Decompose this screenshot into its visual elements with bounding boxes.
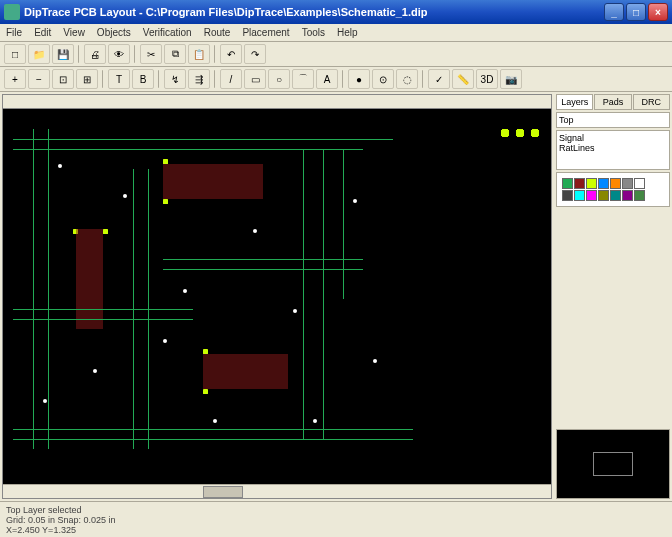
separator: [158, 70, 160, 88]
separator: [214, 45, 216, 63]
side-tabs: Layers Pads DRC: [556, 94, 670, 110]
layer-swatch[interactable]: [562, 178, 573, 189]
status-line-3: X=2.450 Y=1.325: [6, 525, 666, 535]
layer-swatch[interactable]: [622, 190, 633, 201]
window-titlebar: DipTrace PCB Layout - C:\Program Files\D…: [0, 0, 672, 24]
separator: [342, 70, 344, 88]
component-preview: [556, 429, 670, 499]
text-tool-button[interactable]: A: [316, 69, 338, 89]
maximize-button[interactable]: □: [626, 3, 646, 21]
measure-button[interactable]: 📏: [452, 69, 474, 89]
zoom-in-button[interactable]: +: [4, 69, 26, 89]
new-button[interactable]: □: [4, 44, 26, 64]
undo-button[interactable]: ↶: [220, 44, 242, 64]
menu-view[interactable]: View: [63, 27, 85, 38]
scroll-thumb[interactable]: [203, 486, 243, 498]
layer-bottom-button[interactable]: B: [132, 69, 154, 89]
toolbar-standard: □ 📁 💾 🖨 👁 ✂ ⧉ 📋 ↶ ↷: [0, 42, 672, 67]
menu-help[interactable]: Help: [337, 27, 358, 38]
zoom-fit-button[interactable]: ⊡: [52, 69, 74, 89]
menu-bar: File Edit View Objects Verification Rout…: [0, 24, 672, 42]
preview-outline-icon: [593, 452, 633, 476]
route-auto-button[interactable]: ⇶: [188, 69, 210, 89]
open-button[interactable]: 📁: [28, 44, 50, 64]
tab-layers[interactable]: Layers: [556, 94, 593, 110]
active-layer-label: Top: [559, 115, 574, 125]
layer-swatch[interactable]: [622, 178, 633, 189]
view-3d-button[interactable]: 3D: [476, 69, 498, 89]
pcb-artwork: [3, 109, 551, 484]
tab-drc[interactable]: DRC: [633, 94, 670, 110]
horizontal-scrollbar[interactable]: [3, 484, 551, 498]
layer-swatch[interactable]: [586, 178, 597, 189]
menu-tools[interactable]: Tools: [302, 27, 325, 38]
status-bar: Top Layer selected Grid: 0.05 in Snap: 0…: [0, 501, 672, 537]
toolbar-design: + − ⊡ ⊞ T B ↯ ⇶ / ▭ ○ ⌒ A ● ⊙ ◌ ✓ 📏 3D 📷: [0, 67, 672, 92]
layer-swatch[interactable]: [562, 190, 573, 201]
arc-tool-button[interactable]: ⌒: [292, 69, 314, 89]
layer-color-grid: [559, 175, 667, 204]
screenshot-button[interactable]: 📷: [500, 69, 522, 89]
pad-tool-button[interactable]: ●: [348, 69, 370, 89]
rect-tool-button[interactable]: ▭: [244, 69, 266, 89]
layer-swatch[interactable]: [586, 190, 597, 201]
menu-file[interactable]: File: [6, 27, 22, 38]
redo-button[interactable]: ↷: [244, 44, 266, 64]
layer-swatch-box: [556, 172, 670, 207]
menu-route[interactable]: Route: [204, 27, 231, 38]
menu-verification[interactable]: Verification: [143, 27, 192, 38]
route-manual-button[interactable]: ↯: [164, 69, 186, 89]
tab-pads[interactable]: Pads: [594, 94, 631, 110]
ratlines-label: RatLines: [559, 143, 667, 153]
close-button[interactable]: ×: [648, 3, 668, 21]
pcb-canvas[interactable]: [3, 109, 551, 484]
drc-button[interactable]: ✓: [428, 69, 450, 89]
layer-swatch[interactable]: [598, 190, 609, 201]
hole-tool-button[interactable]: ◌: [396, 69, 418, 89]
zoom-out-button[interactable]: −: [28, 69, 50, 89]
app-icon: [4, 4, 20, 20]
separator: [134, 45, 136, 63]
layer-swatch[interactable]: [610, 178, 621, 189]
main-area: Layers Pads DRC Top Signal RatLines: [0, 92, 672, 501]
minimize-button[interactable]: _: [604, 3, 624, 21]
save-button[interactable]: 💾: [52, 44, 74, 64]
status-line-2: Grid: 0.05 in Snap: 0.025 in: [6, 515, 666, 525]
layer-swatch[interactable]: [634, 190, 645, 201]
layer-swatch[interactable]: [610, 190, 621, 201]
zoom-window-button[interactable]: ⊞: [76, 69, 98, 89]
separator: [422, 70, 424, 88]
preview-button[interactable]: 👁: [108, 44, 130, 64]
layer-swatch[interactable]: [598, 178, 609, 189]
window-title: DipTrace PCB Layout - C:\Program Files\D…: [24, 6, 604, 18]
print-button[interactable]: 🖨: [84, 44, 106, 64]
signal-label: Signal: [559, 133, 667, 143]
layer-selector[interactable]: Top: [556, 112, 670, 128]
paste-button[interactable]: 📋: [188, 44, 210, 64]
copy-button[interactable]: ⧉: [164, 44, 186, 64]
horizontal-ruler: [3, 95, 551, 109]
layer-swatch[interactable]: [574, 178, 585, 189]
menu-edit[interactable]: Edit: [34, 27, 51, 38]
menu-objects[interactable]: Objects: [97, 27, 131, 38]
side-panel: Layers Pads DRC Top Signal RatLines: [554, 92, 672, 501]
menu-placement[interactable]: Placement: [242, 27, 289, 38]
via-tool-button[interactable]: ⊙: [372, 69, 394, 89]
cut-button[interactable]: ✂: [140, 44, 162, 64]
circle-tool-button[interactable]: ○: [268, 69, 290, 89]
separator: [214, 70, 216, 88]
layer-swatch[interactable]: [574, 190, 585, 201]
separator: [102, 70, 104, 88]
layer-swatch[interactable]: [634, 178, 645, 189]
layer-top-button[interactable]: T: [108, 69, 130, 89]
line-tool-button[interactable]: /: [220, 69, 242, 89]
signal-box: Signal RatLines: [556, 130, 670, 170]
status-line-1: Top Layer selected: [6, 505, 666, 515]
canvas-container: [2, 94, 552, 499]
separator: [78, 45, 80, 63]
